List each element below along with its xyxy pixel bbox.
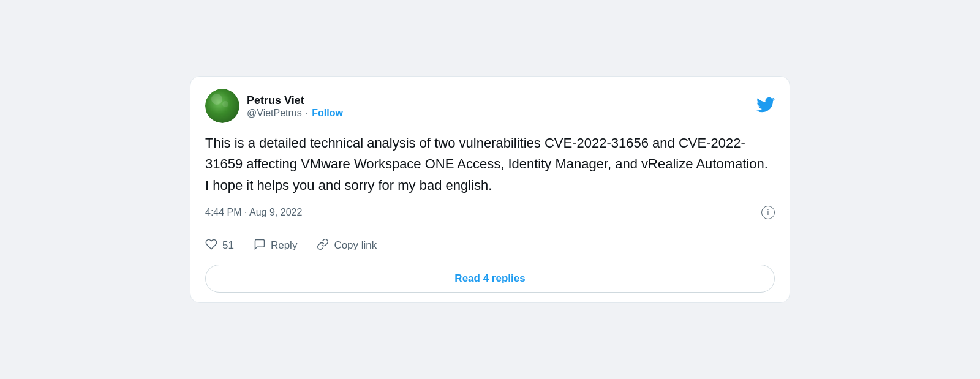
handle-follow-row: @VietPetrus · Follow	[247, 108, 343, 119]
follow-button[interactable]: Follow	[312, 108, 343, 119]
tweet-content: This is a detailed technical analysis of…	[205, 133, 775, 195]
info-icon[interactable]: i	[761, 206, 775, 219]
divider-top	[205, 228, 775, 228]
avatar	[205, 89, 239, 123]
tweet-timestamp: 4:44 PM · Aug 9, 2022	[205, 207, 302, 218]
avatar-image	[205, 89, 239, 123]
tweet-header: Petrus Viet @VietPetrus · Follow	[205, 89, 775, 123]
read-replies-button[interactable]: Read 4 replies	[205, 265, 775, 293]
like-button[interactable]: 51	[205, 236, 234, 256]
heart-icon	[205, 238, 217, 253]
reply-button[interactable]: Reply	[254, 236, 297, 256]
dot-separator: ·	[306, 108, 308, 119]
tweet-card: Petrus Viet @VietPetrus · Follow This is…	[190, 76, 790, 302]
user-handle: @VietPetrus	[247, 108, 302, 119]
comment-icon	[254, 238, 266, 253]
copy-link-label: Copy link	[334, 239, 377, 252]
link-icon	[317, 238, 329, 253]
display-name: Petrus Viet	[247, 94, 343, 108]
tweet-header-left: Petrus Viet @VietPetrus · Follow	[205, 89, 343, 123]
user-info: Petrus Viet @VietPetrus · Follow	[247, 94, 343, 119]
tweet-timestamp-row: 4:44 PM · Aug 9, 2022 i	[205, 206, 775, 219]
copy-link-button[interactable]: Copy link	[317, 236, 377, 256]
like-count: 51	[222, 239, 234, 252]
twitter-logo	[756, 96, 775, 116]
reply-label: Reply	[271, 239, 297, 252]
tweet-actions: 51 Reply Copy link	[205, 236, 775, 256]
